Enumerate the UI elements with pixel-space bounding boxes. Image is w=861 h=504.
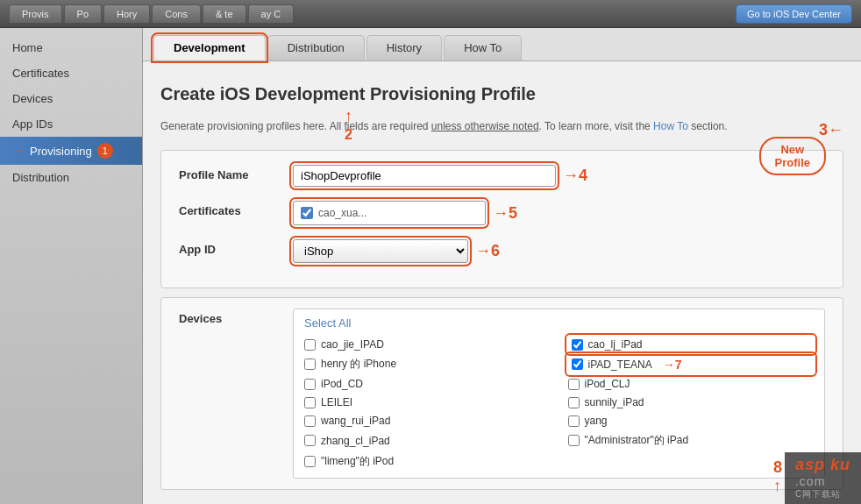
profile-name-label: Profile Name [179, 165, 293, 181]
device-label-ipad-teana: iPAD_TEANA [588, 358, 652, 371]
device-check-ipod-cd[interactable] [304, 379, 316, 390]
device-label-wang-rui: wang_rui_iPad [321, 415, 390, 427]
profile-name-control: →4 [293, 165, 825, 187]
content-area: Development Distribution History How To … [143, 28, 861, 504]
device-check-cao-lj[interactable] [572, 339, 583, 351]
device-check-leilei[interactable] [304, 397, 316, 408]
annotation-6: →6 [475, 242, 500, 260]
device-item-yang: yang [568, 413, 815, 429]
sidebar-item-devices[interactable]: Devices [0, 86, 142, 111]
top-nav-tabs: Provis Po Hory Cons & te ay C [9, 4, 736, 23]
appid-select[interactable]: iShop [293, 239, 468, 263]
certificate-name: cao_xua... [318, 207, 366, 219]
tab-distribution-label: Distribution [288, 41, 345, 54]
select-all-link[interactable]: Select All [304, 316, 814, 330]
tab-howto[interactable]: How To [444, 35, 522, 60]
desc-end: section. [688, 120, 728, 132]
device-check-admin[interactable] [568, 435, 580, 446]
appid-control: iShop →6 [293, 239, 825, 263]
tab-development[interactable]: Development [153, 35, 266, 60]
device-item-sunnily: sunnily_iPad [568, 394, 815, 410]
desc-start: Generate provisioning profiles here. All… [160, 120, 431, 132]
devices-content: Select All cao_jie_IPAD cao_lj_iPad [293, 309, 825, 479]
annotation-3: 3← [819, 121, 843, 139]
device-label-ipod-clj: iPod_CLJ [585, 378, 630, 390]
desc-howto-link[interactable]: How To [653, 120, 688, 132]
sidebar-item-appids[interactable]: App IDs [0, 111, 142, 137]
profile-name-input[interactable] [293, 165, 556, 187]
tab-development-label: Development [174, 41, 245, 54]
tab-history-label: History [387, 41, 422, 54]
description: Generate provisioning profiles here. All… [160, 118, 843, 134]
tab-bar: Development Distribution History How To [143, 28, 861, 61]
sidebar-item-certs-label: Certificates [12, 67, 69, 80]
certificate-box[interactable]: cao_xua... [293, 201, 486, 225]
top-nav-tab-provis[interactable]: Provis [9, 4, 62, 23]
desc-unless: unless otherwise noted [431, 120, 539, 132]
device-label-cao-jie: cao_jie_IPAD [321, 338, 384, 351]
tab-distribution[interactable]: Distribution [267, 35, 365, 60]
sidebar-item-provisioning-label: Provisioning [30, 145, 92, 158]
device-label-admin: "Administrator"的 iPad [585, 433, 689, 448]
certificates-control: cao_xua... →5 [293, 201, 825, 225]
device-item-limeng: "limeng"的 iPod [304, 452, 551, 471]
sidebar-arrow-icon: → [12, 143, 26, 159]
tab-history[interactable]: History [366, 35, 442, 60]
device-check-cao-jie[interactable] [304, 339, 316, 351]
device-check-ipad-teana[interactable] [572, 358, 583, 370]
device-label-sunnily: sunnily_iPad [585, 396, 644, 408]
device-label-zhang-cl: zhang_cl_iPad [321, 435, 390, 447]
devices-grid: cao_jie_IPAD cao_lj_iPad henry 的 iPhone [304, 337, 814, 471]
certificates-row: Certificates cao_xua... →5 [179, 201, 825, 225]
device-check-zhang-cl[interactable] [304, 435, 316, 446]
certificate-checkbox[interactable] [301, 207, 313, 219]
top-nav-tab-ayc[interactable]: ay C [248, 4, 295, 23]
device-label-cao-lj: cao_lj_iPad [588, 338, 643, 351]
device-check-ipod-clj[interactable] [568, 379, 580, 390]
desc-mid: . To learn more, visit the [539, 120, 654, 132]
page-content: ↑2 Create iOS Development Provisioning P… [143, 61, 861, 504]
device-check-sunnily[interactable] [568, 397, 580, 408]
device-check-limeng[interactable] [304, 456, 316, 467]
device-label-leilei: LEILEI [321, 396, 352, 408]
device-item-wang-rui: wang_rui_iPad [304, 413, 551, 429]
device-item-henry: henry 的 iPhone [304, 355, 551, 373]
watermark-subtext: C网下载站 [795, 488, 850, 500]
sidebar-item-appids-label: App IDs [12, 117, 53, 131]
sidebar-item-provisioning[interactable]: → Provisioning 1 [0, 137, 142, 165]
device-item-ipod-clj: iPod_CLJ [568, 376, 815, 392]
sidebar-item-home-label: Home [12, 41, 43, 54]
main-layout: Home Certificates Devices App IDs → Prov… [0, 28, 861, 504]
top-nav-tab-cons[interactable]: Cons [152, 4, 201, 23]
sidebar-item-certificates[interactable]: Certificates [0, 60, 142, 86]
device-label-yang: yang [585, 415, 608, 427]
watermark: asp ku.com C网下载站 [785, 452, 861, 504]
sidebar-item-home[interactable]: Home [0, 35, 142, 60]
annotation-7: →7 [663, 358, 682, 372]
device-label-ipod-cd: iPod_CD [321, 378, 363, 390]
device-check-henry[interactable] [304, 358, 316, 370]
profile-name-row: Profile Name →4 [179, 165, 825, 187]
goto-ios-dev-center-button[interactable]: Go to iOS Dev Center [736, 4, 852, 24]
device-check-wang-rui[interactable] [304, 415, 316, 427]
device-item-ipod-cd: iPod_CD [304, 376, 551, 392]
annotation-2: ↑2 [345, 107, 352, 144]
device-label-limeng: "limeng"的 iPod [321, 454, 394, 469]
top-nav-tab-hory[interactable]: Hory [103, 4, 150, 23]
watermark-text: asp ku.com [795, 456, 850, 488]
devices-label: Devices [179, 309, 293, 325]
top-nav-tab-po[interactable]: Po [64, 4, 102, 23]
form-section: Profile Name →4 Certificates cao_xua... [160, 150, 843, 288]
annotation-1-badge: 1 [97, 143, 113, 159]
sidebar-item-distribution-label: Distribution [12, 171, 69, 184]
certificates-label: Certificates [179, 201, 293, 217]
sidebar-item-distribution[interactable]: Distribution [0, 165, 142, 190]
annotation-8: 8↑ [773, 458, 782, 495]
device-label-henry: henry 的 iPhone [321, 357, 396, 372]
appid-row: App ID iShop →6 [179, 239, 825, 263]
device-check-yang[interactable] [568, 415, 580, 427]
device-item-zhang-cl: zhang_cl_iPad [304, 431, 551, 450]
top-nav-tab-te[interactable]: & te [203, 4, 246, 23]
device-item-admin: "Administrator"的 iPad [568, 431, 815, 450]
tab-howto-label: How To [464, 41, 502, 54]
